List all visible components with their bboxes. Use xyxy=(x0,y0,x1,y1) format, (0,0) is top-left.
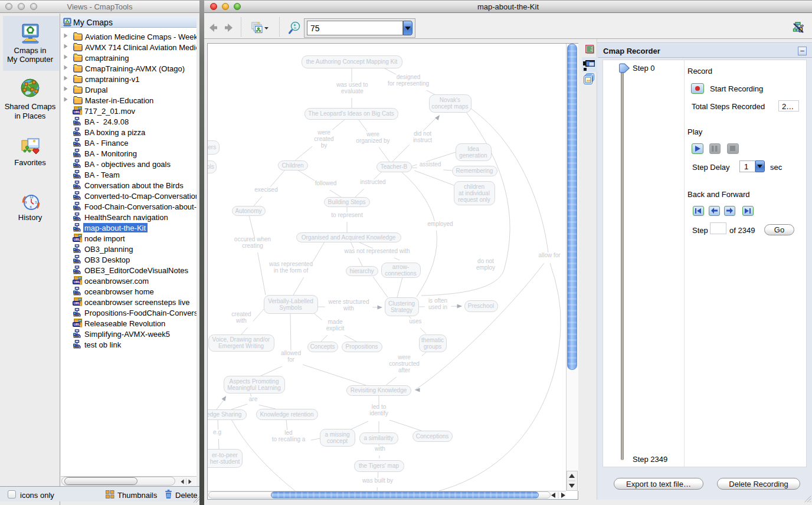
svg-text:were: were xyxy=(397,354,411,360)
svg-text:Emergent Writing: Emergent Writing xyxy=(218,343,264,349)
svg-text:at individual: at individual xyxy=(459,190,490,196)
svg-text:children: children xyxy=(464,183,484,190)
svg-text:arrow-: arrow- xyxy=(392,264,409,270)
svg-text:e.g: e.g xyxy=(213,429,221,435)
svg-text:12: 12 xyxy=(30,195,34,199)
svg-text:Building Steps: Building Steps xyxy=(328,199,366,205)
svg-text:occured when: occured when xyxy=(234,236,271,242)
svg-text:organized by: organized by xyxy=(356,137,389,144)
svg-text:a similaritty: a similaritty xyxy=(364,435,393,441)
svg-text:were: were xyxy=(366,131,379,137)
svg-text:designed: designed xyxy=(397,74,421,80)
svg-text:to represent: to represent xyxy=(331,212,363,218)
svg-text:Strategy: Strategy xyxy=(391,307,412,313)
svg-text:identify: identify xyxy=(369,410,388,417)
svg-text:URL: URL xyxy=(74,301,81,305)
svg-text:by: by xyxy=(321,142,328,149)
svg-text:generation: generation xyxy=(459,152,487,159)
svg-text:Teacher-B: Teacher-B xyxy=(381,163,408,170)
svg-text:after: after xyxy=(398,367,411,373)
svg-text:allow for: allow for xyxy=(538,252,561,258)
svg-text:do not: do not xyxy=(477,258,494,264)
svg-text:was represented: was represented xyxy=(269,261,313,267)
svg-text:URL: URL xyxy=(74,110,81,114)
svg-text:with: with xyxy=(374,445,385,452)
svg-text:created: created xyxy=(231,311,251,317)
svg-text:Aspects Promoting: Aspects Promoting xyxy=(230,378,279,385)
svg-text:URL: URL xyxy=(74,238,81,241)
svg-text:led: led xyxy=(284,429,292,436)
svg-text:explicit: explicit xyxy=(326,325,345,332)
svg-text:The Leopard's Ideas on Big Cat: The Leopard's Ideas on Big Cats xyxy=(308,110,394,117)
svg-text:concept: concept xyxy=(327,438,348,444)
svg-text:teachers: teachers xyxy=(208,144,216,150)
svg-text:followed: followed xyxy=(315,180,337,186)
svg-text:constructed: constructed xyxy=(389,360,420,367)
svg-text:Meaningful Learning: Meaningful Learning xyxy=(227,385,281,391)
svg-text:used in: used in xyxy=(428,304,447,310)
svg-text:URL: URL xyxy=(74,323,81,326)
svg-text:symbols: symbols xyxy=(208,163,214,170)
svg-text:led to: led to xyxy=(372,404,387,410)
svg-text:employed: employed xyxy=(427,221,453,227)
svg-text:Organised and Acquired Knowled: Organised and Acquired Knowledge xyxy=(302,234,396,241)
svg-text:the Authoring Concept Mapping: the Authoring Concept Mapping Kit xyxy=(306,58,398,65)
svg-text:were structured: were structured xyxy=(328,299,369,305)
svg-text:with: with xyxy=(343,305,354,311)
svg-text:employ: employ xyxy=(476,264,495,271)
svg-text:Preschool: Preschool xyxy=(468,303,494,309)
svg-text:created: created xyxy=(314,136,333,142)
svg-text:instructed: instructed xyxy=(360,179,385,185)
svg-text:with: with xyxy=(235,317,247,324)
svg-text:Clustering: Clustering xyxy=(388,300,415,307)
svg-text:a missing: a missing xyxy=(325,431,349,438)
svg-text:to recalling a: to recalling a xyxy=(272,436,306,442)
svg-text:connections: connections xyxy=(385,270,416,277)
svg-text:execised: execised xyxy=(254,186,277,193)
svg-text:Knowledge retention: Knowledge retention xyxy=(260,411,313,418)
svg-text:assisted: assisted xyxy=(420,161,441,168)
svg-text:URL: URL xyxy=(74,280,81,284)
svg-text:Remembering: Remembering xyxy=(456,168,493,174)
svg-text:did not: did not xyxy=(414,130,431,137)
svg-text:hierarchy: hierarchy xyxy=(349,268,374,274)
svg-text:was not represented with: was not represented with xyxy=(343,248,410,254)
svg-text:Novak's: Novak's xyxy=(440,97,460,103)
svg-text:Revisiting Knowledge: Revisiting Knowledge xyxy=(351,387,407,393)
svg-text:in the form of: in the form of xyxy=(274,267,309,274)
svg-text:made: made xyxy=(328,319,342,325)
svg-text:er-to-peer: er-to-peer xyxy=(212,452,238,458)
svg-text:Children: Children xyxy=(281,162,303,169)
svg-text:concept maps: concept maps xyxy=(431,103,468,110)
svg-text:Concepts: Concepts xyxy=(310,343,335,350)
svg-text:allowed: allowed xyxy=(281,350,301,356)
svg-text:groups: groups xyxy=(424,343,442,350)
svg-text:the Tigers' map: the Tigers' map xyxy=(359,463,399,469)
svg-text:for: for xyxy=(287,356,294,363)
svg-text:uses: uses xyxy=(409,318,421,324)
svg-text:Conceptions: Conceptions xyxy=(416,433,449,440)
svg-text:were: were xyxy=(317,129,330,136)
svg-text:was built by: was built by xyxy=(362,477,393,484)
svg-text:Propositions: Propositions xyxy=(345,343,378,350)
svg-text:is often: is often xyxy=(428,297,447,304)
svg-text:Verbally-Labelled: Verbally-Labelled xyxy=(268,298,313,304)
svg-text:for representing: for representing xyxy=(388,80,429,87)
svg-text:was used to: was used to xyxy=(336,81,368,88)
svg-text:are: are xyxy=(249,396,258,402)
svg-text:evaluate: evaluate xyxy=(341,88,364,94)
svg-text:thematic: thematic xyxy=(421,337,444,343)
svg-text:creating: creating xyxy=(242,242,263,249)
svg-text:request only: request only xyxy=(458,196,490,203)
svg-text:Idea: Idea xyxy=(467,146,479,152)
svg-text:instruct: instruct xyxy=(413,137,432,143)
svg-text:her-student: her-student xyxy=(210,458,240,465)
svg-text:Autonomy: Autonomy xyxy=(235,208,261,214)
svg-text:Symbols: Symbols xyxy=(279,304,302,311)
svg-text:Knowledge Sharing: Knowledge Sharing xyxy=(208,411,241,418)
svg-text:Voice, Drawing and/or: Voice, Drawing and/or xyxy=(212,336,271,343)
